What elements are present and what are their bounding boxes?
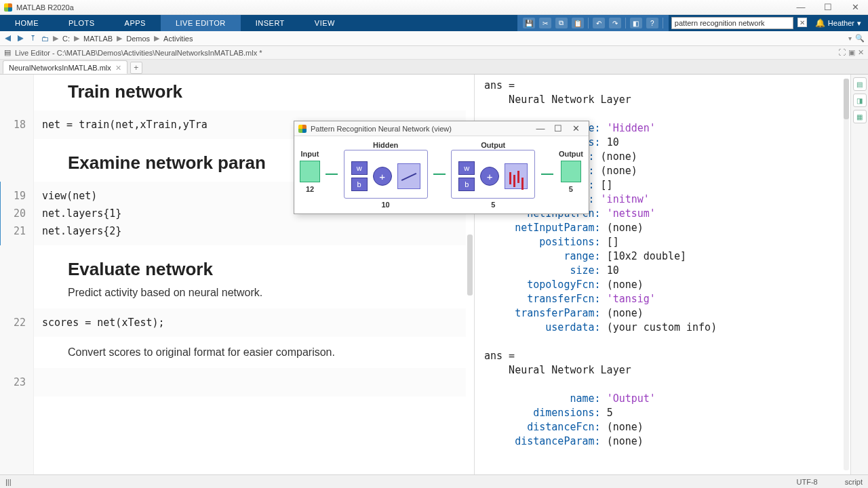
user-name-label: Heather [828,19,854,27]
copy-icon[interactable]: ⧉ [555,18,568,28]
dock-panel-icon[interactable]: ▣ [848,48,855,57]
tab-apps[interactable]: APPS [110,15,161,31]
nn-minimize-button[interactable]: — [532,123,549,134]
crumb-activities[interactable]: Activities [162,34,194,43]
matlab-logo-icon [4,3,12,12]
weight-block-icon: w [351,161,368,175]
window-titlebar: MATLAB R2020a — ☐ ✕ [0,0,868,15]
crumb-c[interactable]: C: [61,34,71,43]
matlab-logo-icon [298,125,307,133]
section-title-evaluate: Evaluate network [34,252,466,284]
wire-icon [326,174,338,175]
window-close-button[interactable]: ✕ [846,2,864,12]
breadcrumb: ▶ C: ▶ MATLAB ▶ Demos ▶ Activities [53,34,846,43]
status-bar: ||| UTF-8 script [0,474,868,488]
encoding-label: UTF-8 [797,478,818,486]
busy-indicator: ||| [5,478,12,486]
tab-insert[interactable]: INSERT [241,15,300,31]
output-hide-button[interactable]: ▦ [853,110,867,123]
section-run-bar[interactable] [0,182,1,245]
nav-back-icon[interactable]: ⯇ [3,33,14,44]
line-number: 22 [7,314,26,331]
search-input[interactable] [671,17,793,29]
live-editor-path-bar: ▤ Live Editor - C:\MATLAB\Demos\Activiti… [0,46,868,60]
search-clear-button[interactable]: ✕ [797,18,807,27]
bias-block-icon: b [351,178,368,191]
nn-window-titlebar[interactable]: Pattern Recognition Neural Network (view… [294,121,589,136]
section-description: Convert scores to original format for ea… [34,344,466,364]
line-number: 23 [7,373,26,391]
nav-forward-icon[interactable]: ⯈ [15,33,26,44]
close-panel-icon[interactable]: ✕ [858,48,864,57]
input-node-icon [300,161,320,182]
close-tab-icon[interactable]: ✕ [115,64,121,73]
browse-icon[interactable]: 🔍 [854,34,865,43]
window-minimize-button[interactable]: — [792,2,810,12]
nn-close-button[interactable]: ✕ [567,123,585,134]
tab-view[interactable]: VIEW [300,15,350,31]
folder-icon[interactable]: 🗀 [39,33,50,44]
nn-maximize-button[interactable]: ☐ [549,123,567,134]
nn-hidden-layer: Hidden w b + 10 [344,150,428,199]
document-tabs: NeuralNetworksInMATLAB.mlx ✕ + [0,60,868,75]
crumb-demos[interactable]: Demos [125,34,151,43]
current-folder-bar: ⯇ ⯈ ⤒ 🗀 ▶ C: ▶ MATLAB ▶ Demos ▶ Activiti… [0,31,868,46]
save-icon[interactable]: 💾 [523,18,535,28]
softmax-activation-icon [505,163,528,189]
wire-icon [433,174,446,175]
section-title-train: Train network [34,75,466,106]
nav-up-icon[interactable]: ⤒ [27,33,38,44]
window-title: MATLAB R2020a [16,3,792,12]
document-tab-label: NeuralNetworksInMATLAB.mlx [9,64,111,72]
code-line[interactable] [34,368,466,396]
line-number: 18 [7,116,26,134]
folder-dropdown-icon[interactable]: ▾ [848,35,852,42]
sum-node-icon: + [373,167,392,186]
document-icon: ▤ [4,48,11,57]
crumb-matlab[interactable]: MATLAB [82,34,114,43]
nn-output-block: Output 5 [559,150,583,193]
paste-icon[interactable]: 📋 [572,18,584,28]
restore-panel-icon[interactable]: ⛶ [838,48,846,57]
code-line[interactable]: scores = net(xTest); [34,308,466,337]
filetype-label: script [845,478,863,486]
output-node-icon [561,161,581,182]
weight-block-icon: w [458,161,475,175]
switch-windows-icon[interactable]: ◧ [630,18,642,28]
nn-input-block: Input 12 [300,150,320,193]
section-description: Predict activity based on neural network… [34,284,466,304]
cut-icon[interactable]: ✂ [539,18,551,28]
help-icon[interactable]: ? [646,18,658,28]
nn-window-title: Pattern Recognition Neural Network (view… [311,125,452,133]
tansig-activation-icon [397,163,420,189]
nn-output-layer: Output w b + 5 [451,150,535,199]
output-scrollbar[interactable] [844,79,849,470]
user-menu[interactable]: 🔔 Heather ▾ [808,15,868,31]
output-inline-button[interactable]: ▤ [853,77,867,91]
tab-plots[interactable]: PLOTS [54,15,110,31]
undo-icon[interactable]: ↶ [593,18,605,28]
toolstrip: HOME PLOTS APPS LIVE EDITOR INSERT VIEW … [0,15,868,31]
line-number: 192021 [7,187,26,240]
editor-scrollbar[interactable] [467,235,473,296]
notifications-icon[interactable]: 🔔 [815,18,825,28]
crumb-sep: ▶ [53,34,58,43]
wire-icon [541,174,553,175]
quick-access-toolbar: 💾 ✂ ⧉ 📋 ↶ ↷ ◧ ? [517,15,669,31]
redo-icon[interactable]: ↷ [609,18,621,28]
window-maximize-button[interactable]: ☐ [819,2,837,12]
live-editor-path-label: Live Editor - C:\MATLAB\Demos\Activities… [15,49,262,57]
new-tab-button[interactable]: + [130,62,142,74]
chevron-down-icon: ▾ [857,19,861,28]
bias-block-icon: b [458,178,475,191]
document-tab[interactable]: NeuralNetworksInMATLAB.mlx ✕ [3,60,127,74]
tab-live-editor[interactable]: LIVE EDITOR [161,15,241,31]
tab-home[interactable]: HOME [0,15,54,31]
neural-network-view-window[interactable]: Pattern Recognition Neural Network (view… [294,121,589,214]
output-view-toolbar: ▤ ◨ ▦ [850,75,868,474]
sum-node-icon: + [480,167,499,186]
output-right-button[interactable]: ◨ [853,94,867,107]
